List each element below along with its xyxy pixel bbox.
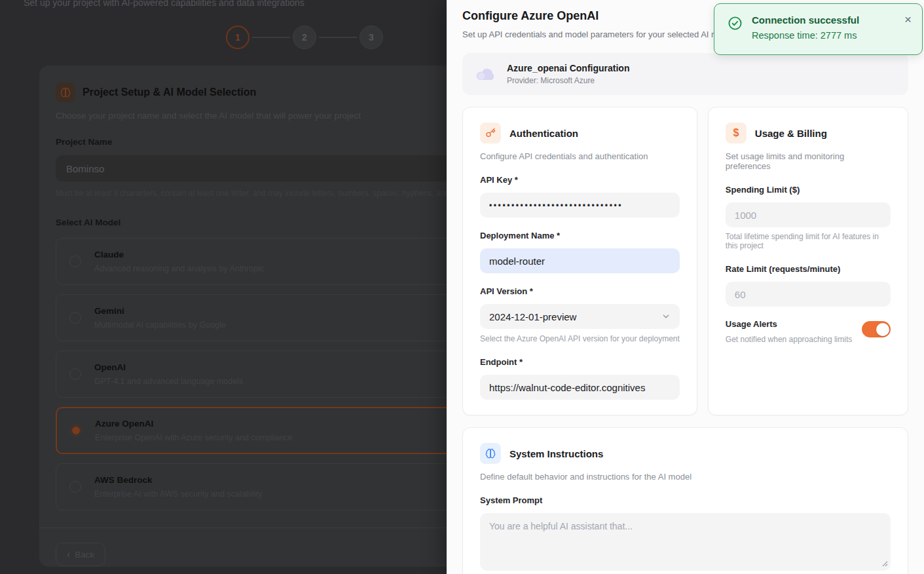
close-icon[interactable]: ×	[903, 13, 913, 26]
radio-icon[interactable]	[69, 368, 81, 380]
model-name: AWS Bedrock	[94, 475, 263, 485]
model-description: Multimodal AI capabilities by Google	[94, 320, 226, 330]
chevron-down-icon	[661, 312, 671, 321]
section-description: Define default behavior and instructions…	[480, 472, 891, 482]
spending-limit-label: Spending Limit ($)	[726, 185, 891, 195]
brain-icon	[480, 443, 501, 464]
step-connector	[319, 37, 357, 38]
deployment-name-label: Deployment Name *	[480, 231, 680, 240]
radio-icon[interactable]	[69, 256, 81, 267]
usage-alerts-toggle[interactable]	[862, 321, 891, 337]
endpoint-label: Endpoint *	[480, 357, 680, 367]
section-title: Usage & Billing	[755, 128, 827, 139]
system-instructions-card: System Instructions Define default behav…	[462, 427, 908, 574]
radio-icon[interactable]	[69, 481, 81, 493]
spending-limit-help: Total lifetime spending limit for AI fea…	[726, 232, 891, 250]
section-title: System Instructions	[509, 448, 603, 459]
model-description: Enterprise AI with AWS security and scal…	[94, 489, 263, 499]
configure-drawer: Configure Azure OpenAI Set up API creden…	[447, 0, 924, 574]
toggle-knob	[876, 323, 889, 336]
api-key-label: API Key *	[480, 175, 680, 185]
toast-title: Connection successful	[752, 14, 903, 26]
wizard-subtitle: Set up your project with AI-powered capa…	[24, 0, 305, 8]
section-title: Authentication	[509, 128, 578, 139]
radio-selected-icon[interactable]	[70, 425, 82, 436]
page-title: Project Setup & AI Model Selection	[83, 86, 256, 98]
dollar-icon: $	[726, 123, 747, 144]
step-3: 3	[360, 26, 383, 49]
spending-limit-input[interactable]	[726, 202, 891, 227]
api-version-label: API Version *	[480, 286, 680, 296]
section-description: Set usage limits and monitoring preferen…	[726, 151, 891, 171]
api-key-input[interactable]: ••••••••••••••••••••••••••••••	[480, 193, 680, 218]
api-version-value: 2024-12-01-preview	[489, 311, 576, 322]
step-2: 2	[293, 26, 316, 49]
chevron-left-icon: ‹	[67, 548, 71, 560]
toast-message: Response time: 2777 ms	[752, 30, 903, 41]
model-name: Claude	[94, 250, 264, 259]
model-description: Enterprise OpenAI with Azure security an…	[95, 433, 293, 442]
model-name: OpenAI	[94, 362, 243, 372]
step-1: 1	[226, 26, 249, 49]
configuration-provider: Provider: Microsoft Azure	[507, 76, 629, 85]
usage-alerts-description: Get notified when approaching limits	[726, 335, 852, 344]
radio-icon[interactable]	[69, 312, 81, 324]
success-toast: Connection successful Response time: 277…	[714, 3, 923, 55]
authentication-card: Authentication Configure API credentials…	[462, 107, 697, 415]
section-description: Configure API credentials and authentica…	[480, 151, 680, 161]
step-indicator: 1 2 3	[226, 26, 383, 49]
brain-icon	[56, 83, 75, 102]
system-prompt-label: System Prompt	[480, 495, 891, 505]
endpoint-input[interactable]	[480, 375, 680, 400]
model-description: GPT-4.1 and advanced language models	[94, 377, 243, 386]
step-connector	[252, 37, 290, 38]
configuration-title: Azure_openai Configuration	[507, 63, 629, 73]
model-name: Azure OpenAI	[95, 419, 293, 429]
model-name: Gemini	[94, 306, 226, 316]
rate-limit-label: Rate Limit (requests/minute)	[726, 264, 891, 274]
cloud-icon	[475, 66, 496, 82]
key-icon	[480, 123, 501, 144]
back-button[interactable]: ‹ Back	[56, 543, 105, 566]
system-prompt-textarea[interactable]	[480, 513, 891, 571]
model-description: Advanced reasoning and analysis by Anthr…	[94, 264, 264, 273]
api-version-help: Select the Azure OpenAI API version for …	[480, 334, 680, 343]
usage-billing-card: $ Usage & Billing Set usage limits and m…	[708, 107, 908, 415]
check-circle-icon	[728, 16, 743, 31]
api-version-select[interactable]: 2024-12-01-preview	[480, 304, 680, 329]
configuration-summary-card: Azure_openai Configuration Provider: Mic…	[462, 53, 908, 95]
deployment-name-input[interactable]	[480, 248, 680, 273]
rate-limit-input[interactable]	[726, 282, 891, 307]
usage-alerts-label: Usage Alerts	[726, 319, 852, 329]
